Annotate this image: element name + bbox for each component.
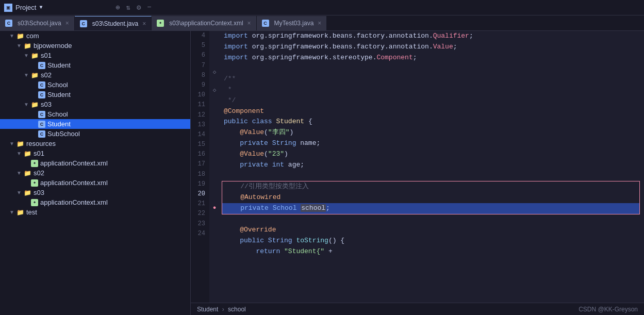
sort-icon[interactable]: ⇅: [126, 3, 130, 12]
sidebar-item-s03[interactable]: 📁 s03: [0, 100, 190, 109]
tab-student[interactable]: C s03\Student.java ×: [75, 16, 152, 30]
gc-18: [209, 158, 220, 167]
ln-12: 12: [193, 110, 205, 120]
code-editor[interactable]: 4 5 6 7 8 9 10 11 12 13 14 15 16 17 18 1…: [191, 31, 644, 315]
tab-school-close[interactable]: ×: [65, 20, 69, 27]
breadcrumb: Student › school: [197, 306, 246, 313]
gc-5: [209, 40, 220, 49]
folder-icon-s02: 📁: [31, 72, 39, 79]
sidebar-item-s03-student[interactable]: C Student: [0, 119, 190, 129]
line-numbers: 4 5 6 7 8 9 10 11 12 13 14 15 16 17 18 1…: [191, 31, 209, 303]
sidebar-item-res-s01-appctx[interactable]: ✦ applicationContext.xml: [0, 158, 190, 168]
sidebar-item-s02-school[interactable]: C School: [0, 80, 190, 90]
arrow-bjpowernode: [16, 43, 24, 48]
gc-20: [209, 176, 220, 186]
status-bar: Student › school CSDN @KK-Greyson: [191, 303, 644, 315]
gc-17: [209, 149, 220, 158]
code-line-17: [224, 170, 640, 181]
gc-24: [209, 212, 220, 222]
code-line-11: @Component: [224, 106, 640, 117]
settings-icon[interactable]: ⚙: [137, 3, 141, 12]
label-resources: resources: [26, 140, 56, 147]
sidebar-item-test[interactable]: 📁 test: [0, 207, 190, 217]
ln-24: 24: [193, 229, 205, 239]
ln-8: 8: [193, 71, 205, 80]
tab-mytest-close[interactable]: ×: [318, 20, 321, 27]
main-area: 📁 com 📁 bjpowernode 📁 s01 C Student: [0, 31, 644, 315]
gc-4: [209, 31, 220, 40]
label-s03: s03: [41, 101, 52, 108]
tab-student-close[interactable]: ×: [142, 20, 146, 27]
label-com: com: [26, 32, 39, 40]
gc-8: ◇: [209, 67, 220, 76]
ln-18: 18: [193, 170, 205, 179]
folder-icon-com: 📁: [16, 32, 24, 40]
sidebar-item-bjpowernode[interactable]: 📁 bjpowernode: [0, 41, 190, 51]
arrow-com: [9, 33, 16, 39]
code-container[interactable]: 4 5 6 7 8 9 10 11 12 13 14 15 16 17 18 1…: [191, 31, 644, 303]
label-test: test: [26, 208, 37, 216]
gc-9: [209, 76, 220, 86]
xml-icon-res-s02: ✦: [31, 179, 38, 187]
code-line-12: public class Student {: [224, 117, 640, 127]
ln-11: 11: [193, 100, 205, 110]
arrow-resources: [9, 141, 16, 146]
sidebar-item-resources[interactable]: 📁 resources: [0, 139, 190, 148]
label-s01-student: Student: [47, 61, 71, 69]
sidebar-item-s03-subschool[interactable]: C SubSchool: [0, 129, 190, 139]
ln-23: 23: [193, 219, 205, 229]
gc-19: [209, 167, 220, 176]
sidebar-item-s02[interactable]: 📁 s02: [0, 70, 190, 80]
code-content[interactable]: import org.springframework.beans.factory…: [220, 31, 644, 303]
code-line-20: private School school;: [222, 203, 640, 214]
folder-icon-res-s01: 📁: [24, 150, 31, 157]
xml-icon-res-s01: ✦: [31, 160, 38, 167]
java-icon-s02-student: C: [38, 91, 45, 98]
sidebar-item-res-s02[interactable]: 📁 s02: [0, 168, 190, 178]
tab-mytest[interactable]: C MyTest03.java ×: [257, 16, 327, 30]
gc-10: ◇: [209, 86, 220, 95]
title-bar: ▣ Project ▼ ⊕ ⇅ ⚙ −: [0, 0, 644, 15]
xml-icon: ✦: [157, 20, 164, 27]
project-title: ▣ Project ▼: [4, 4, 107, 12]
tab-appcontext-close[interactable]: ×: [247, 20, 251, 27]
sidebar-item-res-s02-appctx[interactable]: ✦ applicationContext.xml: [0, 178, 190, 188]
project-sidebar[interactable]: 📁 com 📁 bjpowernode 📁 s01 C Student: [0, 31, 191, 315]
ln-22: 22: [193, 209, 205, 219]
gc-11: [209, 94, 220, 104]
sidebar-item-s02-student[interactable]: C Student: [0, 90, 190, 100]
code-line-7: [224, 63, 640, 74]
ln-21: 21: [193, 199, 205, 209]
project-dropdown-icon[interactable]: ▼: [39, 5, 42, 10]
arrow-s03: [24, 102, 31, 107]
label-s02: s02: [41, 71, 52, 79]
sidebar-item-com[interactable]: 📁 com: [0, 31, 190, 41]
arrow-res-s01: [16, 151, 24, 156]
sidebar-item-s01[interactable]: 📁 s01: [0, 51, 190, 60]
add-icon[interactable]: ⊕: [115, 3, 120, 12]
gc-12: [209, 104, 220, 113]
sidebar-item-s03-school[interactable]: C School: [0, 109, 190, 119]
gc-22: [209, 194, 220, 204]
minimize-icon[interactable]: −: [147, 3, 151, 12]
ln-5: 5: [193, 41, 205, 51]
tab-school[interactable]: C s03\School.java ×: [0, 16, 75, 30]
label-s01: s01: [41, 52, 52, 59]
sidebar-item-res-s01[interactable]: 📁 s01: [0, 148, 190, 158]
code-line-14: private String name;: [224, 138, 640, 149]
label-bjpowernode: bjpowernode: [34, 42, 72, 49]
ln-14: 14: [193, 130, 205, 140]
sidebar-item-res-s03[interactable]: 📁 s03: [0, 188, 190, 197]
gc-15: [209, 131, 220, 140]
code-line-22: @Override: [224, 225, 640, 236]
java-icon: C: [5, 20, 12, 27]
sidebar-item-res-s03-appctx[interactable]: ✦ applicationContext.xml: [0, 197, 190, 207]
java-icon-mytest: C: [262, 20, 269, 27]
code-line-19: @Autowired: [222, 192, 640, 203]
tab-appcontext[interactable]: ✦ s03\applicationContext.xml ×: [152, 16, 256, 30]
java-icon-s03-school: C: [38, 111, 45, 118]
java-icon-s02-school: C: [38, 81, 45, 89]
sidebar-item-s01-student[interactable]: C Student: [0, 60, 190, 70]
label-s02-student: Student: [47, 91, 71, 98]
breadcrumb-student: Student: [197, 306, 218, 313]
